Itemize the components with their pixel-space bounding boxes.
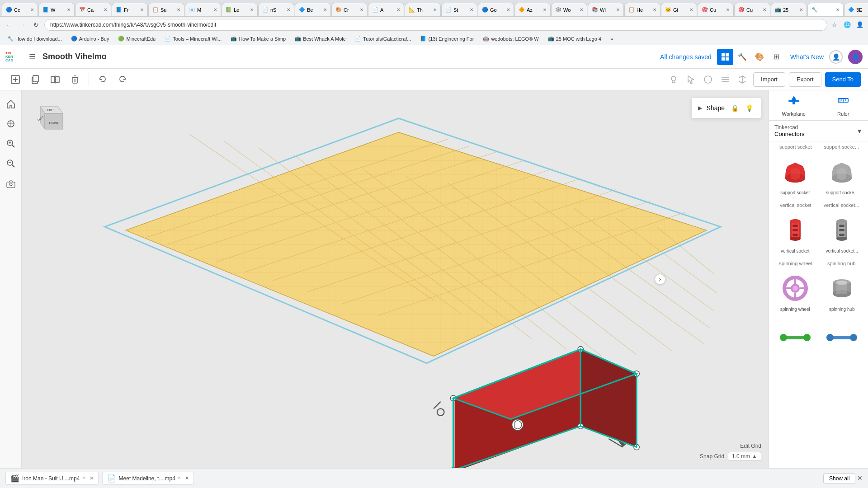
browser-tab-wo[interactable]: 🕸️ Wo ✕ (551, 3, 587, 16)
browser-tab-az[interactable]: 🔶 Az ✕ (514, 3, 551, 16)
sidebar-collapse-arrow[interactable]: › (655, 274, 665, 285)
copy-button[interactable] (27, 71, 43, 88)
bookmark-star-icon[interactable]: ☆ (830, 20, 839, 29)
browser-tab-ns[interactable]: 📄 nS ✕ (258, 3, 294, 16)
add-user-button[interactable]: 👤 (829, 50, 843, 64)
reload-button[interactable]: ↻ (31, 19, 42, 30)
redo-button[interactable] (114, 71, 131, 88)
bookmark-howto[interactable]: 🔧 How do I download... (4, 34, 66, 44)
group-view-button[interactable]: ⊞ (769, 49, 785, 65)
bookmark-moc[interactable]: 📺 25 MOC with Lego 4 (544, 34, 605, 44)
zoom-out-tool[interactable] (3, 155, 19, 172)
browser-tab-m[interactable]: 📧 M ✕ (185, 3, 221, 16)
connector-item-rod-green[interactable] (773, 318, 818, 357)
mirror-tool[interactable] (735, 72, 750, 87)
svg-line-26 (12, 145, 14, 147)
hammer-view-button[interactable]: 🔨 (734, 49, 750, 65)
browser-tab-cu[interactable]: 🎯 Cu ✕ (698, 3, 734, 16)
cursor-tool[interactable] (684, 72, 698, 87)
address-field[interactable]: https://www.tinkercad.com/things/kA48Aws… (44, 19, 827, 31)
bookmark-minecraft[interactable]: 🟢 MinecraftEdu (114, 34, 159, 44)
ruler-button[interactable]: Ruler (819, 90, 868, 120)
browser-tab-th[interactable]: 📐 Th ✕ (405, 3, 441, 16)
browser-tab-le[interactable]: 📗 Le ✕ (222, 3, 258, 16)
browser-tab-wi[interactable]: 📚 Wi ✕ (588, 3, 624, 16)
tab-icon: 📧 (189, 7, 195, 13)
light-bulb-icon[interactable]: 💡 (744, 103, 755, 113)
browser-tab-go[interactable]: 🔵 Go ✕ (478, 3, 514, 16)
browser-tab-tk[interactable]: 🔧 ✕ (807, 3, 844, 16)
delete-button[interactable] (67, 71, 83, 88)
view-cube[interactable]: TOP LEFT FRONT (29, 98, 70, 138)
browser-tab-st[interactable]: 📄 St ✕ (441, 3, 477, 16)
workplane-button[interactable]: Workplane (769, 90, 819, 120)
back-button[interactable]: ← (4, 19, 14, 30)
browser-tab-cr[interactable]: 🎨 Cr ✕ (331, 3, 368, 16)
connector-item-spinning-wheel[interactable]: spinning wheel (773, 269, 818, 314)
bookmark-engineering[interactable]: 📘 (13) Engineering For (416, 34, 477, 44)
palette-view-button[interactable]: 🎨 (751, 49, 768, 65)
browser-tab-gi[interactable]: 🐱 Gi ✕ (661, 3, 697, 16)
bookmark-howto-simp[interactable]: 📺 How To Make a Simp (227, 34, 289, 44)
grid-view-button[interactable] (717, 49, 733, 65)
light-tool[interactable] (666, 72, 681, 87)
mirror-button[interactable] (47, 71, 63, 88)
show-all-button[interactable]: Show all (823, 473, 855, 484)
bookmark-tools[interactable]: 📄 Tools – Minecraft Wi... (161, 34, 225, 44)
svg-rect-10 (56, 76, 59, 83)
connector-item-support-socket-gray[interactable]: support socke... (820, 152, 865, 198)
connector-item-rod-blue[interactable] (820, 318, 865, 357)
circle-tool[interactable] (701, 72, 715, 87)
snap-value-dropdown[interactable]: 1.0 mm ▲ (728, 452, 761, 461)
browser-tab-cc[interactable]: 🔵 Cc ✕ (2, 3, 38, 16)
download-expand-icon[interactable]: ^ (82, 476, 85, 481)
lock-icon[interactable]: 🔒 (729, 103, 740, 113)
browser-tab-3e[interactable]: 🔷 3E ✕ (844, 3, 868, 16)
import-button[interactable]: Import (753, 72, 785, 87)
whats-new-button[interactable]: What's New (790, 53, 824, 61)
browser-tab-he[interactable]: 📋 He ✕ (624, 3, 660, 16)
align-tool[interactable] (718, 72, 732, 87)
close-download-bar-button[interactable]: ✕ (857, 474, 863, 482)
user-avatar[interactable]: 👤 (848, 50, 863, 64)
browser-tab-ca[interactable]: 📅 Ca ✕ (75, 3, 111, 16)
download-expand-icon-2[interactable]: ^ (178, 476, 180, 481)
browser-tab-cu2[interactable]: 🎯 Cu ✕ (734, 3, 770, 16)
profile-icon[interactable]: 👤 (855, 20, 864, 29)
forward-button[interactable]: → (17, 19, 28, 30)
camera-tool[interactable] (3, 175, 19, 192)
bookmark-galactic[interactable]: 📄 Tutorials/Galacticraf... (351, 34, 415, 44)
connector-item-vertical-socket-red[interactable]: vertical socket (773, 211, 818, 256)
connector-header: Tinkercad Connectors ▼ (769, 121, 868, 141)
bookmarks-more[interactable]: » (607, 34, 617, 44)
fit-view-tool[interactable] (3, 116, 19, 132)
edit-grid-button[interactable]: Edit Grid (740, 443, 761, 449)
download-item-2[interactable]: 📄 Meet Madeline, t....mp4 ^ ✕ (102, 472, 194, 485)
send-to-button[interactable]: Send To (825, 72, 861, 87)
home-tool[interactable] (3, 96, 19, 112)
connector-dropdown-button[interactable]: ▼ (856, 127, 863, 135)
zoom-in-tool[interactable] (3, 136, 19, 152)
download-item-1[interactable]: 🎬 Iron Man - Suit U....mp4 ^ ✕ (5, 472, 99, 485)
shape-panel-arrow[interactable]: ▶ (698, 105, 702, 111)
browser-tab-fr[interactable]: 📘 Fr ✕ (112, 3, 148, 16)
download-close-icon-2[interactable]: ✕ (185, 475, 189, 481)
browser-tab-be[interactable]: 🔷 Be ✕ (295, 3, 331, 16)
list-view-icon[interactable]: ☰ (29, 52, 35, 61)
undo-button[interactable] (94, 71, 111, 88)
bookmark-wedobots[interactable]: 🤖 wedobots: LEGO® W (479, 34, 542, 44)
browser-tab-yt[interactable]: 📺 25 ✕ (771, 3, 807, 16)
bookmark-arduino[interactable]: 🔵 Arduino - Buy (67, 34, 113, 44)
translate-icon[interactable]: 🌐 (843, 20, 852, 29)
new-object-button[interactable] (7, 71, 24, 88)
connector-item-spinning-hub[interactable]: spinning hub (820, 269, 865, 314)
browser-tab-w[interactable]: 📘 W ✕ (38, 3, 75, 16)
browser-tab-a[interactable]: 📄 A ✕ (368, 3, 404, 16)
tinkercad-logo[interactable]: TIN KER CAD (5, 52, 24, 62)
browser-tab-su[interactable]: 📋 Su ✕ (148, 3, 184, 16)
download-close-icon-1[interactable]: ✕ (90, 475, 94, 481)
export-button[interactable]: Export (789, 72, 821, 87)
connector-item-vertical-socket-gray[interactable]: vertical socket... (820, 211, 865, 256)
bookmark-whack[interactable]: 📺 Best Whack A Mole (291, 34, 349, 44)
connector-item-support-socket-red[interactable]: support socket (773, 152, 818, 198)
